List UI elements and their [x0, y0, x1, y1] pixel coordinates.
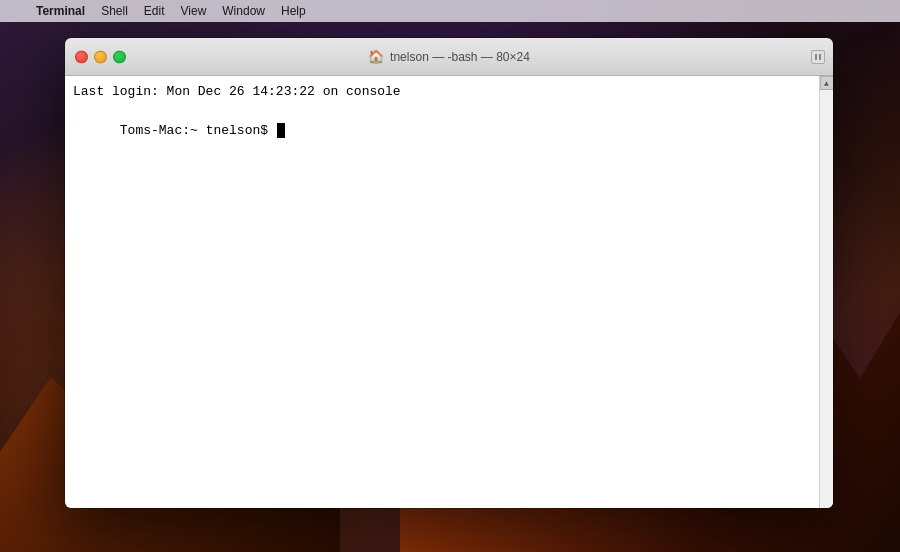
menu-window[interactable]: Window [214, 0, 273, 22]
terminal-body[interactable]: Last login: Mon Dec 26 14:23:22 on conso… [65, 76, 833, 508]
svg-rect-0 [815, 54, 817, 60]
menu-shell[interactable]: Shell [93, 0, 136, 22]
maximize-button[interactable] [113, 50, 126, 63]
terminal-cursor [277, 123, 285, 138]
minimize-button[interactable] [94, 50, 107, 63]
traffic-lights [75, 50, 126, 63]
terminal-line-2: Toms-Mac:~ tnelson$ [73, 102, 825, 161]
menu-terminal[interactable]: Terminal [28, 0, 93, 22]
scrollbar-toggle-button[interactable] [811, 50, 825, 64]
menu-view[interactable]: View [173, 0, 215, 22]
terminal-line-1: Last login: Mon Dec 26 14:23:22 on conso… [73, 82, 825, 102]
scrollbar-up-button[interactable]: ▲ [820, 76, 834, 90]
close-button[interactable] [75, 50, 88, 63]
scrollbar-icon [814, 53, 822, 61]
titlebar-title: 🏠 tnelson — -bash — 80×24 [368, 49, 530, 64]
window-title-text: tnelson — -bash — 80×24 [390, 50, 530, 64]
menu-edit[interactable]: Edit [136, 0, 173, 22]
terminal-titlebar: 🏠 tnelson — -bash — 80×24 [65, 38, 833, 76]
home-icon: 🏠 [368, 49, 384, 64]
menu-help[interactable]: Help [273, 0, 314, 22]
terminal-scrollbar[interactable]: ▲ [819, 76, 833, 508]
svg-rect-1 [819, 54, 821, 60]
menubar: Terminal Shell Edit View Window Help [0, 0, 900, 22]
terminal-window: 🏠 tnelson — -bash — 80×24 Last login: Mo… [65, 38, 833, 508]
